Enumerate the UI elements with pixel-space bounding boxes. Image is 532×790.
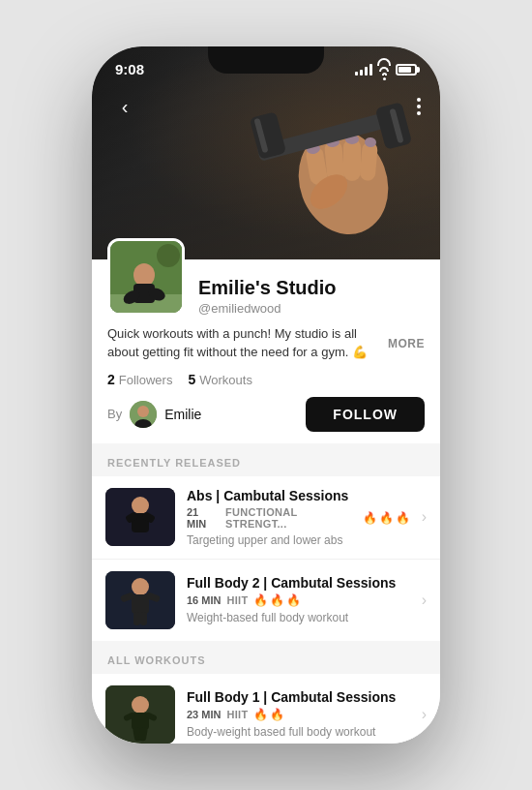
follow-button[interactable]: FOLLOW [306,397,425,432]
chevron-right-icon: › [422,592,427,609]
creator-avatar [130,401,157,428]
workout-type: HIIT [226,594,248,606]
wifi-icon [377,58,391,80]
all-workouts-list: Full Body 1 | Cambutal Sessions 23 MIN H… [92,674,440,744]
workout-thumbnail [105,571,175,629]
workout-item[interactable]: Abs | Cambutal Sessions 21 MIN FUNCTIONA… [92,476,440,560]
signal-icon [355,64,372,76]
workout-info: Abs | Cambutal Sessions 21 MIN FUNCTIONA… [187,488,410,547]
more-button[interactable] [413,90,425,123]
workout-title: Full Body 1 | Cambutal Sessions [187,689,410,705]
bio-section: Quick workouts with a punch! My studio i… [107,325,425,362]
workout-item[interactable]: Full Body 1 | Cambutal Sessions 23 MIN H… [92,674,440,744]
all-workouts-header: ALL WORKOUTS [92,641,440,674]
workout-meta: 23 MIN HIIT 🔥 🔥 [187,708,410,721]
svg-rect-36 [140,612,147,625]
back-button[interactable]: ‹ [107,89,142,124]
more-button-text[interactable]: MORE [388,337,425,350]
svg-point-31 [132,578,149,595]
studio-name: Emilie's Studio [198,277,425,299]
workout-flames: 🔥 🔥 [253,708,284,721]
workout-meta: 21 MIN FUNCTIONAL STRENGT... 🔥 🔥 🔥 [187,506,410,530]
chevron-right-icon: › [422,706,427,723]
svg-point-38 [132,696,149,714]
svg-point-17 [157,244,180,267]
followers-count: 2 [107,372,115,387]
workout-flames: 🔥 🔥 🔥 [253,593,301,607]
workout-description: Body-weight based full body workout [187,725,410,739]
workout-duration: 23 MIN [187,709,221,720]
workout-thumbnail [105,488,175,546]
workout-title: Abs | Cambutal Sessions [187,488,410,503]
workout-description: Targeting upper and lower abs [187,533,410,547]
recently-released-list: Abs | Cambutal Sessions 21 MIN FUNCTIONA… [92,476,440,641]
workout-thumbnail [105,685,175,744]
svg-rect-3 [343,138,361,181]
workout-item[interactable]: Full Body 2 | Cambutal Sessions 16 MIN H… [92,560,440,641]
workout-flames: 🔥 🔥 🔥 [363,511,410,525]
followers-stat: 2 Followers [107,372,172,387]
chevron-right-icon: › [422,508,427,526]
battery-icon [396,64,417,76]
workouts-count: 5 [188,372,195,387]
nav-bar: ‹ [92,89,440,124]
workout-info: Full Body 2 | Cambutal Sessions 16 MIN H… [187,575,410,624]
workouts-label: Workouts [199,373,252,387]
svg-point-18 [133,263,155,287]
by-label: By [107,407,122,421]
avatar [107,238,185,316]
creator-row: By Emilie FOLLOW [107,397,425,432]
workout-duration: 21 MIN [187,506,220,530]
bio-text: Quick workouts with a punch! My studio i… [107,325,388,362]
content-area[interactable]: RECENTLY RELEASED Abs | Cambu [92,443,440,744]
svg-rect-32 [132,594,149,614]
status-time: 9:08 [115,61,144,77]
studio-handle: @emiliedwood [198,301,425,316]
status-icons [355,58,417,80]
svg-point-26 [132,497,149,514]
workout-info: Full Body 1 | Cambutal Sessions 23 MIN H… [187,689,410,739]
svg-point-23 [137,406,149,417]
svg-rect-35 [133,612,140,625]
creator-name: Emilie [164,407,201,422]
followers-label: Followers [119,373,173,387]
stats-row: 2 Followers 5 Workouts [107,372,425,387]
studio-info: Emilie's Studio @emiliedwood [198,277,425,316]
workout-description: Weight-based full body workout [187,611,410,624]
workout-duration: 16 MIN [187,594,221,606]
profile-header: Emilie's Studio @emiliedwood [107,259,425,316]
workouts-stat: 5 Workouts [188,372,251,387]
recently-released-header: RECENTLY RELEASED [92,443,440,476]
workout-type: HIIT [226,709,248,720]
profile-section: Emilie's Studio @emiliedwood Quick worko… [92,259,440,443]
workout-meta: 16 MIN HIIT 🔥 🔥 🔥 [187,593,410,607]
workout-title: Full Body 2 | Cambutal Sessions [187,575,410,591]
creator-info: By Emilie [107,401,201,428]
workout-type: FUNCTIONAL STRENGT... [225,506,357,530]
